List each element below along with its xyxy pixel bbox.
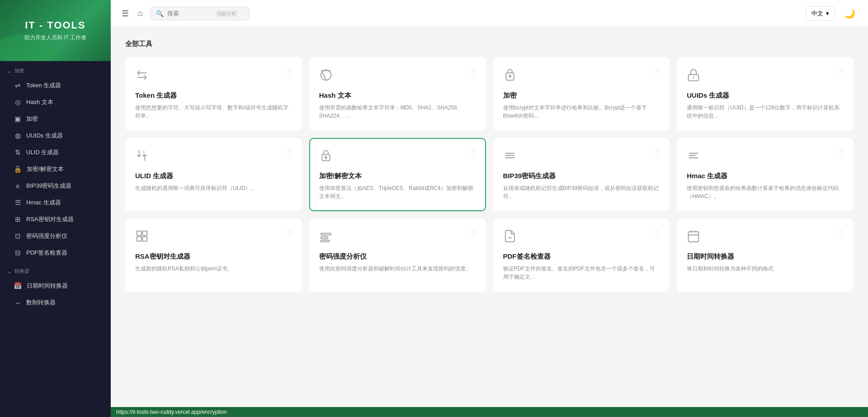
- ulid-icon: ⇅: [14, 148, 22, 156]
- favorite-button[interactable]: ♡: [653, 229, 660, 238]
- tool-name: 加密/解密文本: [319, 172, 476, 180]
- sidebar-item-label: 数制转换器: [26, 299, 56, 307]
- sidebar-item-hmac[interactable]: ☰ Hmac 生成器: [4, 194, 107, 211]
- favorite-button[interactable]: ♡: [286, 229, 292, 238]
- calendar-icon: 📅: [14, 282, 22, 290]
- tool-card-top: ♡: [503, 68, 660, 85]
- sidebar-item-token[interactable]: ⇌ Token 生成器: [4, 77, 107, 94]
- tool-icon: [503, 229, 517, 246]
- hash-icon: ◎: [14, 98, 22, 106]
- sidebar-item-hash[interactable]: ◎ Hash 文本: [4, 94, 107, 110]
- tool-desc: 生成随机的通用唯一词典可排序标识符（ULID）。: [135, 184, 292, 192]
- svg-rect-24: [321, 237, 328, 238]
- dark-mode-button[interactable]: 🌙: [840, 6, 859, 21]
- favorite-button[interactable]: ♡: [286, 68, 292, 77]
- tool-desc: 使用您想要的字符、大写或小写字母、数字和/或符号生成随机字符串。: [135, 104, 292, 120]
- tool-card-pdf-checker[interactable]: ♡ PDF签名检查器 验证PDF文件的签名。签名的PDF文件包含一个或多个签名，…: [493, 218, 670, 292]
- favorite-button[interactable]: ♡: [837, 229, 844, 238]
- tool-card-hash-text[interactable]: ♡ Hash 文本 使用所需的函数哈希文本字符串：MD5、SHA1、SHA256…: [309, 57, 486, 131]
- tool-icon: [687, 229, 700, 246]
- tool-desc: 使用所需的函数哈希文本字符串：MD5、SHA1、SHA256、SHA224、…: [319, 104, 476, 120]
- favorite-button[interactable]: ♡: [470, 149, 476, 157]
- app-subtitle: 助力开发人员和 IT 工作者: [24, 34, 86, 42]
- tool-name: Hmac 生成器: [687, 172, 844, 180]
- sidebar-item-label: 加密: [26, 115, 38, 123]
- home-button[interactable]: ⌂: [136, 7, 145, 20]
- header: ☰ ⌂ 🔍 Ctrl + K 中文 ▾ 🌙: [111, 0, 868, 27]
- svg-rect-23: [321, 233, 331, 235]
- sidebar-item-label: Hash 文本: [26, 98, 53, 106]
- tool-card-top: 90 ♡: [135, 149, 292, 166]
- svg-rect-19: [137, 231, 142, 236]
- favorite-button[interactable]: ♡: [286, 149, 292, 157]
- tool-name: ULID 生成器: [135, 172, 292, 180]
- favorite-button[interactable]: ♡: [653, 149, 660, 157]
- bip39-icon: ≡: [14, 182, 22, 190]
- app-logo: IT - TOOLS: [25, 19, 85, 31]
- favorite-button[interactable]: ♡: [470, 68, 476, 77]
- tool-card-top: ♡: [503, 149, 660, 166]
- tool-card-token-gen[interactable]: ♡ Token 生成器 使用您想要的字符、大写或小写字母、数字和/或符号生成随机…: [125, 57, 302, 131]
- tool-name: PDF签名检查器: [503, 252, 660, 261]
- menu-toggle-button[interactable]: ☰: [120, 7, 131, 20]
- search-box[interactable]: 🔍 Ctrl + K: [150, 7, 250, 20]
- tool-name: Hash 文本: [319, 91, 476, 100]
- tool-card-rsa-gen[interactable]: ♡ RSA密钥对生成器 生成新的随机RSA私钥和公钥pem证书。: [125, 218, 302, 292]
- tool-icon: [135, 229, 149, 246]
- tool-card-encrypt-decrypt-tool[interactable]: ♡ 加密/解密文本 使用加密算法（如AES、TripleDES、Rabbit或R…: [309, 138, 486, 211]
- language-selector[interactable]: 中文 ▾: [806, 6, 835, 21]
- favorite-button[interactable]: ♡: [837, 149, 844, 157]
- tool-card-datetime-conv[interactable]: ♡ 日期时间转换器 将日期和时间转换为各种不同的格式: [677, 218, 854, 292]
- tool-icon: [135, 68, 149, 85]
- tool-card-bip39-gen[interactable]: ♡ BIP39密码生成器 从现有或随机助记符生成BIP39密码短语，或从密码短语…: [493, 138, 670, 211]
- tool-card-top: ♡: [319, 229, 476, 246]
- tool-card-top: ♡: [687, 229, 844, 246]
- sidebar-item-number-base[interactable]: ↔ 数制转换器: [4, 294, 107, 311]
- tool-desc: 生成新的随机RSA私钥和公钥pem证书。: [135, 265, 292, 273]
- tool-card-uuids-gen[interactable]: ♡ UUIDs 生成器 通用唯一标识符（UUID）是一个128位数字，用于标识计…: [677, 57, 854, 131]
- tool-card-password-strength[interactable]: ♡ 密码强度分析仪 使用此密码强度分析器和破解时间估计工具来发现密码的强度。: [309, 218, 486, 292]
- tool-desc: 验证PDF文件的签名。签名的PDF文件包含一个或多个签名，可用于确定文…: [503, 265, 660, 281]
- sidebar-item-datetime[interactable]: 📅 日期时间转换器: [4, 278, 107, 294]
- sidebar-item-ulid[interactable]: ⇅ ULID 生成器: [4, 144, 107, 161]
- favorite-button[interactable]: ♡: [837, 68, 844, 77]
- favorite-button[interactable]: ♡: [470, 229, 476, 238]
- tool-card-top: ♡: [687, 68, 844, 85]
- sidebar-item-password[interactable]: ⊡ 密码强度分析仪: [4, 228, 107, 244]
- tool-name: 加密: [503, 91, 660, 100]
- tool-icon: [687, 68, 700, 85]
- uuids-icon: ◍: [14, 132, 22, 140]
- search-shortcut: Ctrl + K: [216, 10, 237, 17]
- sidebar-item-label: 日期时间转换器: [27, 282, 68, 290]
- svg-text:0: 0: [142, 153, 145, 158]
- tool-desc: 使用bcrypt对文本字符串进行哈希和比较。Bcrypt是一个基于Blowfis…: [503, 104, 660, 120]
- tool-name: Token 生成器: [135, 91, 292, 100]
- tool-icon: [687, 149, 700, 166]
- sidebar-item-encrypt[interactable]: ▣ 加密: [4, 111, 107, 127]
- sidebar-item-encrypt-decrypt[interactable]: 🔒 加密/解密文本: [4, 161, 107, 177]
- sidebar-item-bip39[interactable]: ≡ BIP39密码生成器: [4, 178, 107, 194]
- svg-rect-22: [142, 237, 147, 241]
- favorite-button[interactable]: ♡: [653, 68, 660, 77]
- tool-desc: 将日期和时间转换为各种不同的格式: [687, 265, 844, 273]
- tool-card-ulid-gen[interactable]: 90 ♡ ULID 生成器 生成随机的通用唯一词典可排序标识符（ULID）。: [125, 138, 302, 211]
- main-area: ☰ ⌂ 🔍 Ctrl + K 中文 ▾ 🌙 全部工具 ♡ Token 生成器 使…: [111, 0, 868, 417]
- sidebar-item-label: Hmac 生成器: [26, 199, 61, 207]
- lock-icon: 🔒: [14, 165, 22, 173]
- tool-icon: [503, 149, 517, 166]
- tool-card-top: ♡: [687, 149, 844, 166]
- svg-point-4: [509, 76, 511, 77]
- sidebar-item-label: PDF签名检查器: [26, 249, 67, 257]
- svg-rect-21: [137, 237, 142, 241]
- tool-card-hmac-gen[interactable]: ♡ Hmac 生成器 使用密钥和您喜欢的哈希函数计算基于哈希的消息身份验证代码（…: [677, 138, 854, 211]
- sidebar-item-label: Token 生成器: [26, 81, 61, 90]
- sidebar-section-encrypt: 加密 ⇌ Token 生成器 ◎ Hash 文本 ▣ 加密 ◍ UUIDs 生成…: [0, 61, 111, 261]
- search-input[interactable]: [167, 10, 212, 17]
- sidebar-item-rsa[interactable]: ⊞ RSA密钥对生成器: [4, 211, 107, 227]
- tool-card-top: ♡: [135, 68, 292, 85]
- sidebar-item-pdf[interactable]: ⊟ PDF签名检查器: [4, 245, 107, 261]
- tool-card-top: ♡: [319, 149, 476, 166]
- tool-card-encrypt-tool[interactable]: ♡ 加密 使用bcrypt对文本字符串进行哈希和比较。Bcrypt是一个基于Bl…: [493, 57, 670, 131]
- tool-icon: 90: [135, 149, 149, 166]
- sidebar-item-uuids[interactable]: ◍ UUIDs 生成器: [4, 128, 107, 144]
